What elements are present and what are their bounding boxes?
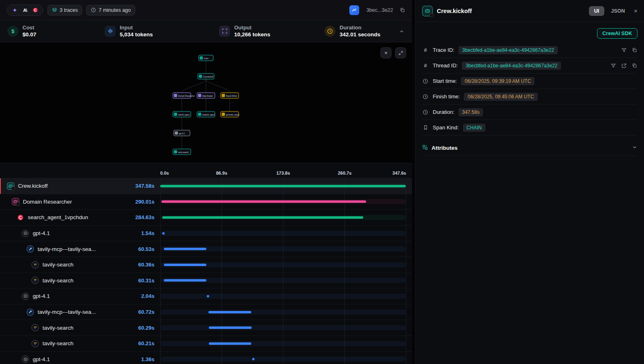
field-label: Span Kind: <box>433 124 459 131</box>
detail-header: Crew.kickoff UI JSON × <box>416 0 644 22</box>
span-name: Domain Researcher <box>23 199 132 205</box>
span-bar-lane <box>160 273 406 289</box>
trace-row[interactable]: tavily-search60.31s <box>0 273 412 289</box>
span-bar-lane <box>160 289 406 304</box>
graph-node[interactable]: gpt-4.1 <box>174 130 190 136</box>
crewai-icon <box>16 213 25 222</box>
filter-icon[interactable] <box>610 63 616 69</box>
span-bar[interactable] <box>209 342 251 345</box>
graph-node[interactable]: Report Writer <box>221 93 239 98</box>
span-bar-lane <box>160 194 406 210</box>
json-tab[interactable]: JSON <box>608 6 628 16</box>
bookmark-icon <box>422 125 429 130</box>
close-panel-button[interactable]: × <box>634 7 637 14</box>
span-bar[interactable] <box>164 248 207 250</box>
svg-text:Report Writer: Report Writer <box>226 95 237 97</box>
field-trace-id: # Trace ID: 3becbfed-a1be-ae84-ea3c-4942… <box>422 42 637 58</box>
svg-text:gpt-4.1: gpt-4.1 <box>179 133 185 135</box>
field-start-time: Start time: 06/28/2025, 09:39:19 AM UTC <box>422 73 637 89</box>
span-name: tavily-search <box>42 277 135 284</box>
trace-row[interactable]: gpt-4.11.36s <box>0 351 412 364</box>
graph-node[interactable]: analysis_agent <box>197 111 215 117</box>
span-bar[interactable] <box>160 185 406 187</box>
metric-input: Input 5,034 tokens <box>105 24 219 38</box>
trace-row[interactable]: gpt-4.11.54s <box>0 225 412 241</box>
span-bar-track <box>161 325 406 331</box>
span-bar[interactable] <box>164 264 206 266</box>
graph-node[interactable]: Crew.kickoff <box>198 73 214 79</box>
ui-tab[interactable]: UI <box>589 6 605 16</box>
clock-icon <box>422 109 429 115</box>
tavily-icon <box>31 261 39 269</box>
span-bar[interactable] <box>162 232 165 235</box>
metrics-bar: $ Cost $0.07 Input 5,034 tokens Output 1… <box>0 20 412 42</box>
span-bar[interactable] <box>164 279 206 282</box>
span-bar[interactable] <box>208 311 251 313</box>
span-name: tavily-mcp---tavily-sea... <box>38 309 135 315</box>
trace-row[interactable]: tavily-search60.36s <box>0 257 412 273</box>
field-label: Duration: <box>433 109 454 115</box>
panel-divider <box>412 0 415 364</box>
svg-text:tavily-search: tavily-search <box>178 151 189 153</box>
anthropic-icon: A\ <box>21 7 29 14</box>
trace-header-bar: ✦ A\ 3 traces 7 minutes ago <box>0 0 412 20</box>
span-bar[interactable] <box>161 200 366 203</box>
arrows-in-icon <box>105 26 116 37</box>
view-toggle: UI JSON <box>589 6 628 16</box>
integration-logos: ✦ A\ <box>7 4 43 16</box>
trace-id-value[interactable]: 3becbfed-a1be-ae84-ea3c-4942867a3e22 <box>458 46 558 54</box>
span-bar[interactable] <box>209 326 251 329</box>
graph-node[interactable]: generate_report <box>221 111 239 117</box>
trace-row[interactable]: tavily-mcp---tavily-sea...60.53s <box>0 241 412 257</box>
span-bar[interactable] <box>207 295 209 297</box>
close-graph-button[interactable]: × <box>380 47 391 58</box>
field-label: Finish time: <box>433 93 460 100</box>
graph-node[interactable]: Data Analyst <box>197 93 215 98</box>
trace-row[interactable]: tavily-search60.21s <box>0 335 412 351</box>
span-name: tavily-search <box>42 262 135 268</box>
clock-icon <box>324 26 335 37</box>
trace-waterfall: Crew.kickoff347.58sDomain Researcher290.… <box>0 178 412 364</box>
thread-id-value[interactable]: 3becbfed-a1be-ae84-ea3c-4942867a3e22 <box>462 62 561 70</box>
tavily-icon <box>31 276 39 284</box>
attributes-label: Attributes <box>432 145 458 151</box>
metric-value: 10,266 tokens <box>234 31 271 38</box>
trace-row[interactable]: Crew.kickoff347.58s <box>0 178 412 194</box>
graph-node[interactable]: Domain Researcher <box>173 93 195 98</box>
time-ago-badge: 7 minutes ago <box>86 5 135 16</box>
metric-duration: Duration 342.01 seconds <box>324 24 380 38</box>
span-bar-lane <box>160 241 406 257</box>
svg-text:Crew: Crew <box>204 58 208 60</box>
trace-row[interactable]: tavily-mcp---tavily-sea...60.72s <box>0 304 412 320</box>
filter-icon[interactable] <box>621 47 627 53</box>
copy-icon[interactable] <box>632 47 637 53</box>
span-bar[interactable] <box>252 358 255 360</box>
copy-trace-id-button[interactable] <box>400 7 405 13</box>
field-duration: Duration: 347.58s <box>422 104 637 120</box>
attributes-section-toggle[interactable]: Attributes <box>422 140 637 156</box>
tick-label: 347.6s <box>392 171 406 175</box>
field-label: Thread ID: <box>433 62 458 69</box>
graph-node[interactable]: Crew <box>199 55 213 61</box>
copy-icon[interactable] <box>632 63 637 69</box>
graph-node[interactable]: search_agent <box>173 111 191 117</box>
trace-overview-panel: ✦ A\ 3 traces 7 minutes ago <box>0 0 412 364</box>
trace-row[interactable]: search_agent_1vpchdun284.63s <box>0 209 412 225</box>
crew-span-icon <box>422 6 433 16</box>
traces-count-badge[interactable]: 3 traces <box>47 5 82 16</box>
trace-short-id: 3bec...3e22 <box>367 7 393 13</box>
external-link-icon[interactable] <box>621 63 627 69</box>
span-bar-lane <box>160 352 406 364</box>
graph-node[interactable]: tavily-search <box>173 149 191 155</box>
arrows-out-icon <box>219 26 230 37</box>
span-bar-track <box>161 341 406 346</box>
trace-row[interactable]: Domain Researcher290.01s <box>0 194 412 210</box>
chevron-down-icon <box>632 144 637 152</box>
expand-graph-button[interactable] <box>395 47 406 58</box>
span-detail-panel: Crew.kickoff UI JSON × CrewAI SDK # Trac… <box>415 0 644 364</box>
agent-graph[interactable]: CrewCrew.kickoffDomain ResearcherData An… <box>0 42 412 163</box>
trace-row[interactable]: tavily-search60.29s <box>0 320 412 335</box>
span-bar[interactable] <box>162 216 363 219</box>
collapse-metrics-button[interactable] <box>399 29 405 34</box>
trace-row[interactable]: gpt-4.12.04s <box>0 288 412 304</box>
